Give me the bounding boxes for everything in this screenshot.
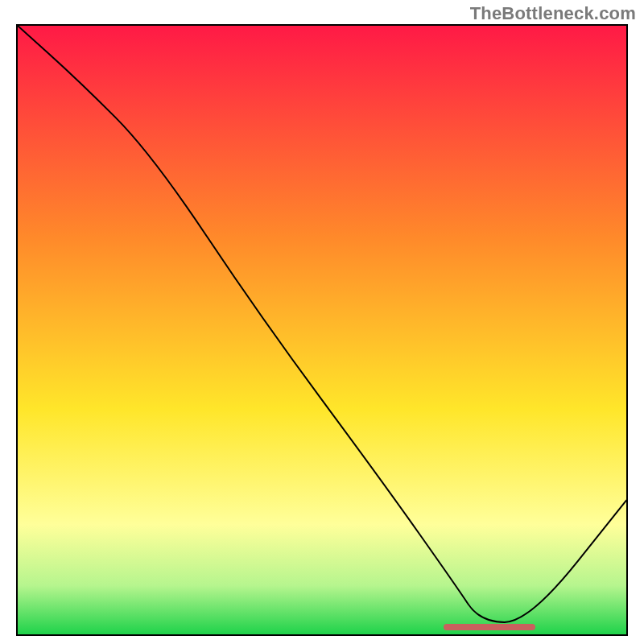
chart-stage: TheBottleneck.com bbox=[0, 0, 644, 644]
watermark-text: TheBottleneck.com bbox=[470, 3, 636, 24]
optimal-zone-marker bbox=[444, 624, 535, 630]
plot-area bbox=[16, 24, 628, 636]
bottleneck-curve bbox=[18, 26, 626, 634]
